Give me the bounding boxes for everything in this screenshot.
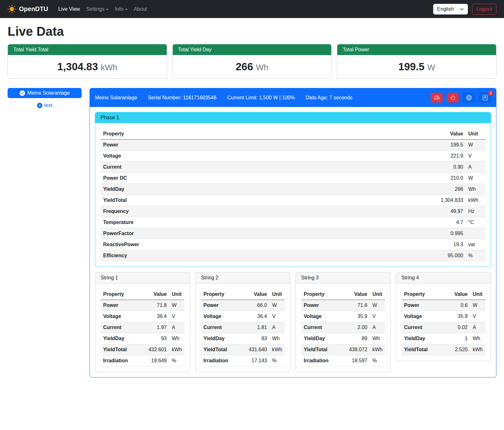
value-cell: 4.7 <box>431 217 466 228</box>
inverter-link-test[interactable]: test <box>37 103 53 108</box>
summary-card-title: Total Yield Total <box>8 44 167 55</box>
unit-cell: Wh <box>466 184 485 195</box>
col-header-value: Value <box>246 289 270 300</box>
property-cell: Power <box>301 300 346 311</box>
logout-button[interactable]: Logout <box>472 4 496 15</box>
value-cell: 432.601 <box>146 344 169 355</box>
property-cell: Irradiation <box>201 355 246 366</box>
navbar-right: English Logout <box>433 4 496 15</box>
property-cell: ReactivePower <box>101 239 431 250</box>
col-header-value: Value <box>447 289 470 300</box>
col-header-unit: Unit <box>169 289 184 300</box>
table-row: Temperature4.7°C <box>101 217 485 228</box>
inverter-select-label: Meine Solaranlage <box>28 90 70 96</box>
phase-card-title: Phase 1 <box>95 112 491 123</box>
device-info-button[interactable] <box>463 93 475 103</box>
property-cell: YieldDay <box>101 184 431 195</box>
table-row: YieldDay93Wh <box>101 333 184 344</box>
inverter-panel: Meine Solaranlage Serial Number: 1161716… <box>90 88 496 377</box>
limit-settings-button[interactable] <box>431 93 443 103</box>
inverter-data-age: Data Age: 7 seconds <box>306 95 352 101</box>
nav-info[interactable]: Info <box>112 4 131 15</box>
table-row: Voltage35.9V <box>401 311 485 322</box>
table-row: Irradiation17.143% <box>201 355 285 366</box>
property-cell: Current <box>301 322 346 333</box>
property-cell: Voltage <box>201 311 246 322</box>
unit-cell: °C <box>466 217 485 228</box>
summary-value: 266 <box>236 61 253 72</box>
property-cell: Power <box>101 140 431 151</box>
table-header-row: Property Value Unit <box>101 289 184 300</box>
nav-about[interactable]: About <box>131 4 150 15</box>
summary-unit: Wh <box>256 63 268 72</box>
value-cell: 36.4 <box>146 311 169 322</box>
table-row: Voltage221.9V <box>101 151 485 162</box>
value-cell: 95.000 <box>431 250 466 261</box>
summary-card-title: Total Yield Day <box>173 44 332 55</box>
value-cell: 266 <box>431 184 466 195</box>
property-cell: PowerFactor <box>101 228 431 239</box>
property-cell: Current <box>401 322 447 333</box>
cpu-icon <box>466 95 472 100</box>
value-cell: 1.97 <box>146 322 169 333</box>
property-cell: YieldTotal <box>201 344 246 355</box>
property-cell: YieldDay <box>401 333 447 344</box>
property-cell: Current <box>201 322 246 333</box>
value-cell: 93 <box>146 333 169 344</box>
table-header-row: Property Value Unit <box>101 128 485 140</box>
unit-cell: Wh <box>169 333 184 344</box>
table-row: YieldDay83Wh <box>201 333 285 344</box>
property-cell: YieldTotal <box>101 344 146 355</box>
caret-down-icon <box>106 9 109 10</box>
brand[interactable]: OpenDTU <box>8 5 48 13</box>
event-log-button[interactable]: 2 <box>479 93 491 103</box>
table-row: Power199.5W <box>101 140 485 151</box>
table-row: Current1.81A <box>201 322 285 333</box>
nav-settings-label: Settings <box>86 6 104 12</box>
string-table: Property Value Unit Power71.8W Voltage36… <box>101 289 184 366</box>
power-button[interactable] <box>447 93 459 103</box>
speedometer-icon <box>434 95 439 100</box>
property-cell: YieldDay <box>201 333 246 344</box>
unit-cell: V <box>169 311 184 322</box>
value-cell: 221.9 <box>431 151 466 162</box>
sun-icon <box>8 5 16 13</box>
unit-cell: V <box>466 151 485 162</box>
x-circle-icon <box>37 103 42 108</box>
journal-text-icon <box>482 95 488 100</box>
value-cell: 66.0 <box>246 300 270 311</box>
nav-settings[interactable]: Settings <box>83 4 112 15</box>
unit-cell: A <box>370 322 385 333</box>
nav-live-view[interactable]: Live View <box>55 4 83 15</box>
value-cell: 71.8 <box>146 300 169 311</box>
col-header-property: Property <box>101 128 431 140</box>
unit-cell: Wh <box>470 333 485 344</box>
unit-cell: % <box>270 355 285 366</box>
value-cell: 210.0 <box>431 173 466 184</box>
table-row: YieldTotal432.601kWh <box>101 344 184 355</box>
col-header-unit: Unit <box>370 289 385 300</box>
check-circle-icon <box>20 90 25 96</box>
unit-cell: V <box>270 311 285 322</box>
property-cell: YieldTotal <box>401 344 447 355</box>
property-cell: YieldDay <box>101 333 146 344</box>
table-row: Power66.0W <box>201 300 285 311</box>
unit-cell: % <box>466 250 485 261</box>
table-row: Frequency49.97Hz <box>101 206 485 217</box>
property-cell: YieldTotal <box>301 344 346 355</box>
unit-cell: W <box>169 300 184 311</box>
table-row: Voltage35.9V <box>301 311 385 322</box>
value-cell: 83 <box>246 333 270 344</box>
string-card-title: String 1 <box>95 272 190 284</box>
inverter-select-button[interactable]: Meine Solaranlage <box>8 88 82 98</box>
table-row: Current1.97A <box>101 322 184 333</box>
language-select[interactable]: English <box>433 4 468 15</box>
property-cell: Power DC <box>101 173 431 184</box>
value-cell: 36.4 <box>246 311 270 322</box>
unit-cell: Wh <box>270 333 285 344</box>
unit-cell: Wh <box>370 333 385 344</box>
unit-cell: V <box>470 311 485 322</box>
property-cell: YieldTotal <box>101 195 431 206</box>
table-row: Current2.00A <box>301 322 385 333</box>
unit-cell: kWh <box>169 344 184 355</box>
